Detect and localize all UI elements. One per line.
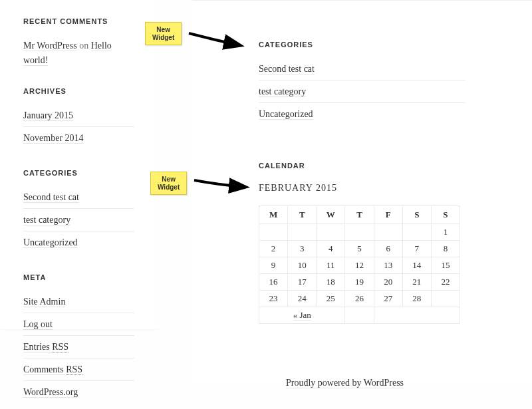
meta-list: Site Admin Log out Entries RSS Comments … [23, 295, 134, 403]
dow: T [288, 206, 317, 224]
calendar-day[interactable]: 12 [345, 257, 374, 274]
calendar-day[interactable]: 7 [402, 241, 431, 257]
widget-calendar: CALENDAR FEBRUARY 2015 M T W T F S S 123… [259, 162, 466, 324]
list-item: Log out [23, 313, 134, 335]
on-text: on [79, 41, 88, 51]
calendar-day[interactable]: 19 [345, 274, 374, 291]
calendar-day[interactable]: 4 [317, 241, 345, 257]
widget-title-recent-comments: RECENT COMMENTS [23, 17, 134, 25]
rss-abbr: RSS [52, 342, 68, 352]
meta-link-entries-rss[interactable]: Entries RSS [23, 342, 68, 352]
footer-credit-link[interactable]: Proudly powered by WordPress [286, 378, 404, 388]
list-item: Second test cat [23, 190, 134, 208]
calendar-day[interactable]: 3 [288, 241, 317, 257]
dow: W [317, 206, 345, 224]
annotation-note-1: New Widget [145, 22, 182, 45]
list-item: test category [23, 208, 134, 231]
calendar-row: 16171819202122 [259, 274, 460, 291]
meta-link-comments-rss[interactable]: Comments RSS [23, 364, 82, 375]
calendar-day[interactable]: 20 [374, 274, 402, 291]
calendar-day [402, 224, 431, 241]
calendar-day[interactable]: 14 [402, 257, 431, 274]
calendar-day[interactable]: 17 [288, 274, 317, 291]
dow: S [402, 206, 431, 224]
calendar-day[interactable]: 6 [374, 241, 402, 257]
archive-link[interactable]: November 2014 [23, 133, 84, 144]
archive-link[interactable]: January 2015 [23, 110, 73, 121]
archives-list: January 2015 November 2014 [23, 108, 134, 149]
calendar-day[interactable]: 11 [317, 257, 345, 274]
dow: T [345, 206, 374, 224]
category-link[interactable]: test category [259, 86, 306, 97]
calendar-row: 1 [259, 224, 460, 241]
calendar-next [374, 307, 460, 324]
categories-list-left: Second test cat test category Uncategori… [23, 190, 134, 253]
comment-author-link[interactable]: Mr WordPress [23, 41, 77, 51]
calendar-row: 9101112131415 [259, 257, 460, 274]
calendar-foot: « Jan [259, 307, 460, 324]
calendar-day[interactable]: 8 [431, 241, 460, 257]
widget-categories-left: CATEGORIES Second test cat test category… [0, 169, 158, 273]
calendar-day[interactable]: 2 [259, 241, 288, 257]
calendar-day[interactable]: 13 [374, 257, 402, 274]
calendar-day[interactable]: 9 [259, 257, 288, 274]
widget-categories-main: CATEGORIES Second test cat test category… [259, 41, 466, 125]
list-item: Uncategorized [23, 231, 134, 253]
calendar-day[interactable]: 26 [345, 291, 374, 307]
calendar-day[interactable]: 5 [345, 241, 374, 257]
dow: F [374, 206, 402, 224]
calendar-head: M T W T F S S [259, 206, 460, 224]
calendar-prev-link[interactable]: « Jan [293, 310, 311, 321]
left-sidebar: RECENT COMMENTS Mr WordPress on Hello wo… [0, 0, 158, 329]
list-item: Second test cat [259, 62, 466, 80]
calendar-day[interactable]: 15 [431, 257, 460, 274]
calendar-day[interactable]: 25 [317, 291, 345, 307]
calendar-table: FEBRUARY 2015 M T W T F S S 123456789101… [259, 183, 460, 324]
calendar-day [374, 224, 402, 241]
arrow-icon [193, 175, 253, 198]
calendar-body: 1234567891011121314151617181920212223242… [259, 224, 460, 307]
meta-link-site-admin[interactable]: Site Admin [23, 297, 65, 307]
calendar-day[interactable]: 1 [431, 224, 460, 241]
widget-archives: ARCHIVES January 2015 November 2014 [0, 87, 158, 169]
meta-link-logout[interactable]: Log out [23, 319, 53, 330]
meta-link-wporg[interactable]: WordPress.org [23, 387, 78, 398]
list-item: test category [259, 80, 466, 102]
category-link[interactable]: Uncategorized [23, 237, 78, 248]
category-link[interactable]: test category [23, 215, 70, 225]
list-item: Site Admin [23, 295, 134, 313]
dow: M [259, 206, 288, 224]
calendar-row: 2345678 [259, 241, 460, 257]
calendar-day[interactable]: 24 [288, 291, 317, 307]
widget-title-meta: META [23, 273, 134, 281]
calendar-day [288, 224, 317, 241]
widget-meta: META Site Admin Log out Entries RSS Comm… [0, 273, 158, 409]
calendar-day[interactable]: 10 [288, 257, 317, 274]
category-link[interactable]: Second test cat [259, 64, 315, 74]
annotation-note-2: New Widget [150, 172, 187, 195]
list-item: Comments RSS [23, 358, 134, 380]
calendar-foot-pad [345, 307, 374, 324]
calendar-prev[interactable]: « Jan [259, 307, 345, 324]
calendar-day [345, 224, 374, 241]
widget-recent-comments: RECENT COMMENTS Mr WordPress on Hello wo… [0, 0, 158, 87]
widget-title-categories-left: CATEGORIES [23, 169, 134, 177]
category-link[interactable]: Uncategorized [259, 109, 313, 120]
calendar-row: 232425262728 [259, 291, 460, 307]
widget-title-archives: ARCHIVES [23, 87, 134, 95]
calendar-day[interactable]: 23 [259, 291, 288, 307]
calendar-day[interactable]: 28 [402, 291, 431, 307]
list-item: November 2014 [23, 126, 134, 149]
calendar-day[interactable]: 16 [259, 274, 288, 291]
list-item: Uncategorized [259, 102, 466, 125]
category-link[interactable]: Second test cat [23, 192, 79, 203]
widget-title-categories-main: CATEGORIES [259, 41, 466, 49]
calendar-day[interactable]: 22 [431, 274, 460, 291]
list-item: WordPress.org [23, 380, 134, 403]
calendar-day[interactable]: 27 [374, 291, 402, 307]
arrow-icon [188, 27, 247, 53]
calendar-day[interactable]: 18 [317, 274, 345, 291]
calendar-day[interactable]: 21 [402, 274, 431, 291]
calendar-day [317, 224, 345, 241]
recent-comment-item: Mr WordPress on Hello world! [23, 39, 134, 67]
